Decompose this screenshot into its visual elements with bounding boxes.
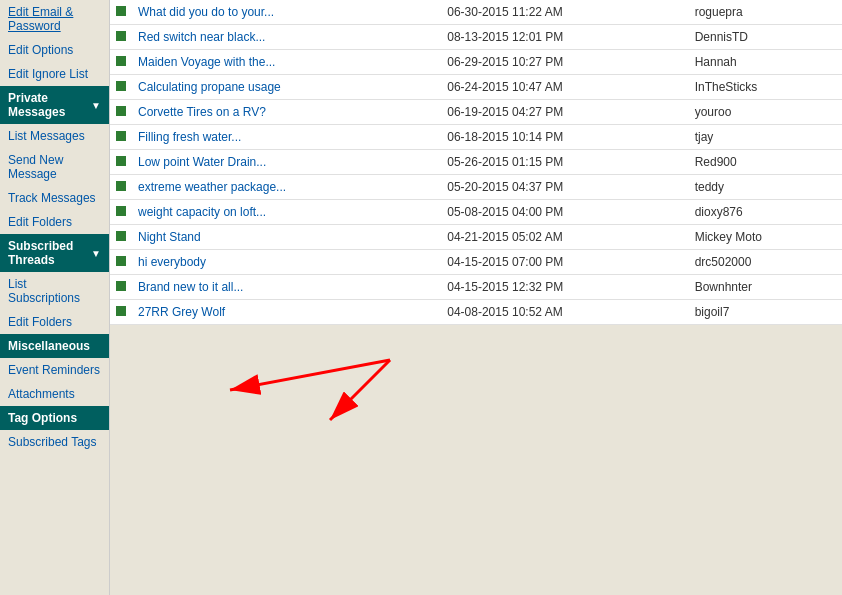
sidebar-menu: Edit Email & PasswordEdit OptionsEdit Ig… [0, 0, 109, 454]
thread-date: 05-08-2015 04:00 PM [441, 200, 688, 225]
thread-author[interactable]: Bownhnter [689, 275, 842, 300]
sidebar-link[interactable]: List Subscriptions [0, 272, 109, 310]
thread-author[interactable]: DennisTD [689, 25, 842, 50]
thread-title-link[interactable]: hi everybody [138, 255, 206, 269]
status-icon [116, 31, 126, 41]
chevron-down-icon: ▼ [91, 100, 101, 111]
thread-title-link[interactable]: weight capacity on loft... [138, 205, 266, 219]
sidebar-link[interactable]: Subscribed Tags [0, 430, 109, 454]
thread-date: 04-21-2015 05:02 AM [441, 225, 688, 250]
table-row: Corvette Tires on a RV?06-19-2015 04:27 … [110, 100, 842, 125]
status-icon [116, 206, 126, 216]
sidebar-item[interactable]: Edit Folders [0, 210, 109, 234]
sidebar-section-header: Private Messages▼ [0, 86, 109, 124]
thread-date: 06-29-2015 10:27 PM [441, 50, 688, 75]
thread-author[interactable]: drc502000 [689, 250, 842, 275]
sidebar-link[interactable]: Edit Folders [0, 210, 109, 234]
sidebar-link[interactable]: Edit Ignore List [0, 62, 109, 86]
status-icon [116, 81, 126, 91]
status-icon [116, 56, 126, 66]
thread-date: 06-30-2015 11:22 AM [441, 0, 688, 25]
sidebar: Edit Email & PasswordEdit OptionsEdit Ig… [0, 0, 110, 595]
chevron-down-icon: ▼ [91, 248, 101, 259]
thread-date: 05-20-2015 04:37 PM [441, 175, 688, 200]
sidebar-item[interactable]: Subscribed Tags [0, 430, 109, 454]
sidebar-link[interactable]: Edit Email & Password [0, 0, 109, 38]
sidebar-item[interactable]: Attachments [0, 382, 109, 406]
sidebar-link[interactable]: Send New Message [0, 148, 109, 186]
thread-date: 08-13-2015 12:01 PM [441, 25, 688, 50]
thread-date: 05-26-2015 01:15 PM [441, 150, 688, 175]
thread-title-link[interactable]: Night Stand [138, 230, 201, 244]
table-row: hi everybody04-15-2015 07:00 PMdrc502000 [110, 250, 842, 275]
svg-line-1 [230, 360, 390, 390]
sidebar-item[interactable]: Send New Message [0, 148, 109, 186]
svg-line-2 [330, 360, 390, 420]
table-row: Red switch near black...08-13-2015 12:01… [110, 25, 842, 50]
thread-title-link[interactable]: Filling fresh water... [138, 130, 241, 144]
thread-date: 06-18-2015 10:14 PM [441, 125, 688, 150]
thread-title-link[interactable]: Red switch near black... [138, 30, 265, 44]
section-title: Private Messages▼ [0, 86, 109, 124]
status-icon [116, 131, 126, 141]
thread-date: 06-24-2015 10:47 AM [441, 75, 688, 100]
sidebar-link[interactable]: List Messages [0, 124, 109, 148]
table-row: 27RR Grey Wolf04-08-2015 10:52 AMbigoil7 [110, 300, 842, 325]
table-row: Calculating propane usage06-24-2015 10:4… [110, 75, 842, 100]
sidebar-link[interactable]: Event Reminders [0, 358, 109, 382]
table-row: What did you do to your...06-30-2015 11:… [110, 0, 842, 25]
main-wrapper: What did you do to your...06-30-2015 11:… [110, 0, 842, 595]
sidebar-link[interactable]: Track Messages [0, 186, 109, 210]
thread-title-link[interactable]: 27RR Grey Wolf [138, 305, 225, 319]
thread-date: 04-15-2015 07:00 PM [441, 250, 688, 275]
thread-title-link[interactable]: Calculating propane usage [138, 80, 281, 94]
status-icon [116, 256, 126, 266]
thread-title-link[interactable]: Brand new to it all... [138, 280, 243, 294]
thread-title-link[interactable]: Maiden Voyage with the... [138, 55, 275, 69]
sidebar-item[interactable]: Edit Options [0, 38, 109, 62]
section-title: Miscellaneous [0, 334, 109, 358]
main-content: What did you do to your...06-30-2015 11:… [110, 0, 842, 325]
thread-title-link[interactable]: Corvette Tires on a RV? [138, 105, 266, 119]
thread-table: What did you do to your...06-30-2015 11:… [110, 0, 842, 325]
sidebar-section-header: Subscribed Threads▼ [0, 234, 109, 272]
sidebar-link[interactable]: Edit Options [0, 38, 109, 62]
status-icon [116, 281, 126, 291]
table-row: Filling fresh water...06-18-2015 10:14 P… [110, 125, 842, 150]
sidebar-link[interactable]: Edit Folders [0, 310, 109, 334]
table-row: Night Stand04-21-2015 05:02 AMMickey Mot… [110, 225, 842, 250]
status-icon [116, 106, 126, 116]
sidebar-item[interactable]: Edit Ignore List [0, 62, 109, 86]
section-title: Subscribed Threads▼ [0, 234, 109, 272]
thread-author[interactable]: youroo [689, 100, 842, 125]
status-icon [116, 231, 126, 241]
sidebar-section-header: Tag Options [0, 406, 109, 430]
sidebar-item[interactable]: List Subscriptions [0, 272, 109, 310]
thread-title-link[interactable]: Low point Water Drain... [138, 155, 266, 169]
thread-author[interactable]: Hannah [689, 50, 842, 75]
thread-author[interactable]: InTheSticks [689, 75, 842, 100]
sidebar-link[interactable]: Attachments [0, 382, 109, 406]
thread-title-link[interactable]: extreme weather package... [138, 180, 286, 194]
thread-date: 04-08-2015 10:52 AM [441, 300, 688, 325]
status-icon [116, 306, 126, 316]
sidebar-item[interactable]: Edit Folders [0, 310, 109, 334]
thread-author[interactable]: roguepra [689, 0, 842, 25]
thread-title-link[interactable]: What did you do to your... [138, 5, 274, 19]
thread-date: 04-15-2015 12:32 PM [441, 275, 688, 300]
thread-author[interactable]: dioxy876 [689, 200, 842, 225]
sidebar-item[interactable]: Edit Email & Password [0, 0, 109, 38]
thread-author[interactable]: bigoil7 [689, 300, 842, 325]
table-row: Low point Water Drain...05-26-2015 01:15… [110, 150, 842, 175]
thread-author[interactable]: Red900 [689, 150, 842, 175]
table-row: weight capacity on loft...05-08-2015 04:… [110, 200, 842, 225]
sidebar-section-header: Miscellaneous [0, 334, 109, 358]
sidebar-item[interactable]: Track Messages [0, 186, 109, 210]
sidebar-item[interactable]: Event Reminders [0, 358, 109, 382]
thread-author[interactable]: Mickey Moto [689, 225, 842, 250]
thread-author[interactable]: teddy [689, 175, 842, 200]
section-title: Tag Options [0, 406, 109, 430]
sidebar-item[interactable]: List Messages [0, 124, 109, 148]
thread-author[interactable]: tjay [689, 125, 842, 150]
table-row: Brand new to it all...04-15-2015 12:32 P… [110, 275, 842, 300]
